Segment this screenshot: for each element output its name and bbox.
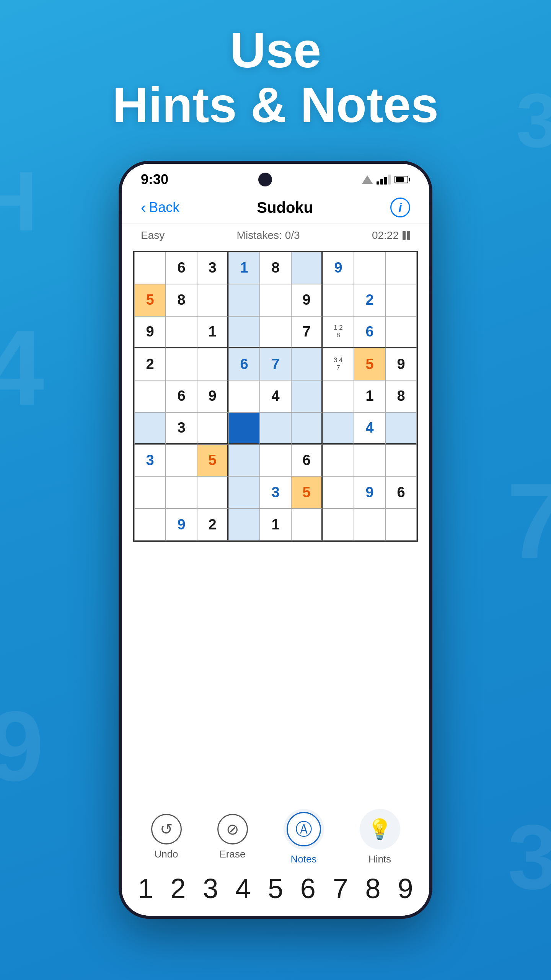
cell-8-2[interactable]: 2 [197, 508, 228, 541]
cell-0-8[interactable] [385, 252, 417, 284]
cell-0-4[interactable]: 8 [260, 252, 291, 284]
cell-4-3[interactable] [228, 380, 260, 412]
cell-2-2[interactable]: 1 [197, 316, 228, 348]
cell-7-8[interactable]: 6 [385, 476, 417, 508]
cell-7-5[interactable]: 5 [291, 476, 323, 508]
cell-0-0[interactable] [134, 252, 166, 284]
cell-3-4[interactable]: 7 [260, 348, 291, 380]
numkey-2[interactable]: 2 [165, 873, 191, 904]
cell-0-3[interactable]: 1 [228, 252, 260, 284]
cell-4-7[interactable]: 1 [354, 380, 385, 412]
cell-6-1[interactable] [166, 444, 197, 477]
cell-1-2[interactable] [197, 284, 228, 316]
cell-8-6[interactable] [323, 508, 354, 541]
cell-8-8[interactable] [385, 508, 417, 541]
cell-2-7[interactable]: 6 [354, 316, 385, 348]
cell-5-2[interactable] [197, 412, 228, 444]
cell-2-8[interactable] [385, 316, 417, 348]
cell-4-2[interactable]: 9 [197, 380, 228, 412]
numkey-4[interactable]: 4 [230, 873, 256, 904]
cell-7-3[interactable] [228, 476, 260, 508]
cell-0-2[interactable]: 3 [197, 252, 228, 284]
cell-8-0[interactable] [134, 508, 166, 541]
notes-button[interactable]: Ⓐ Notes [284, 809, 324, 865]
cell-6-8[interactable] [385, 444, 417, 477]
cell-3-8[interactable]: 9 [385, 348, 417, 380]
cell-3-5[interactable] [291, 348, 323, 380]
cell-5-8[interactable] [385, 412, 417, 444]
undo-button[interactable]: ↺ Undo [151, 814, 182, 860]
cell-5-6[interactable] [323, 412, 354, 444]
cell-5-4[interactable] [260, 412, 291, 444]
cell-1-1[interactable]: 8 [166, 284, 197, 316]
numkey-5[interactable]: 5 [262, 873, 289, 904]
pause-icon[interactable] [403, 231, 410, 240]
cell-1-7[interactable]: 2 [354, 284, 385, 316]
cell-3-2[interactable] [197, 348, 228, 380]
cell-5-0[interactable] [134, 412, 166, 444]
cell-7-0[interactable] [134, 476, 166, 508]
cell-1-8[interactable] [385, 284, 417, 316]
cell-5-5[interactable] [291, 412, 323, 444]
numkey-8[interactable]: 8 [360, 873, 386, 904]
cell-5-7[interactable]: 4 [354, 412, 385, 444]
cell-6-6[interactable] [323, 444, 354, 477]
cell-2-1[interactable] [166, 316, 197, 348]
numkey-6[interactable]: 6 [295, 873, 321, 904]
cell-4-8[interactable]: 8 [385, 380, 417, 412]
cell-8-3[interactable] [228, 508, 260, 541]
cell-6-5[interactable]: 6 [291, 444, 323, 477]
cell-1-5[interactable]: 9 [291, 284, 323, 316]
cell-3-7[interactable]: 5 [354, 348, 385, 380]
cell-5-1[interactable]: 3 [166, 412, 197, 444]
cell-0-1[interactable]: 6 [166, 252, 197, 284]
cell-4-5[interactable] [291, 380, 323, 412]
cell-4-0[interactable] [134, 380, 166, 412]
cell-7-4[interactable]: 3 [260, 476, 291, 508]
info-button[interactable]: i [390, 198, 410, 217]
numkey-3[interactable]: 3 [197, 873, 224, 904]
cell-2-6[interactable]: 1 28 [323, 316, 354, 348]
cell-6-7[interactable] [354, 444, 385, 477]
header-line1: Use [23, 23, 528, 78]
cell-3-1[interactable] [166, 348, 197, 380]
cell-8-7[interactable] [354, 508, 385, 541]
cell-1-0[interactable]: 5 [134, 284, 166, 316]
cell-0-7[interactable] [354, 252, 385, 284]
cell-7-7[interactable]: 9 [354, 476, 385, 508]
cell-6-3[interactable] [228, 444, 260, 477]
cell-2-0[interactable]: 9 [134, 316, 166, 348]
cell-1-3[interactable] [228, 284, 260, 316]
cell-8-5[interactable] [291, 508, 323, 541]
hints-button[interactable]: 💡 Hints [360, 809, 400, 865]
undo-label: Undo [154, 848, 178, 860]
cell-4-4[interactable]: 4 [260, 380, 291, 412]
erase-button[interactable]: ⊘ Erase [217, 814, 248, 860]
cell-2-4[interactable] [260, 316, 291, 348]
cell-7-2[interactable] [197, 476, 228, 508]
cell-6-0[interactable]: 3 [134, 444, 166, 477]
cell-1-4[interactable] [260, 284, 291, 316]
cell-3-0[interactable]: 2 [134, 348, 166, 380]
cell-3-3[interactable]: 6 [228, 348, 260, 380]
cell-0-6[interactable]: 9 [323, 252, 354, 284]
numkey-9[interactable]: 9 [392, 873, 419, 904]
cell-7-6[interactable] [323, 476, 354, 508]
numkey-1[interactable]: 1 [132, 873, 159, 904]
cell-7-1[interactable] [166, 476, 197, 508]
cell-0-5[interactable] [291, 252, 323, 284]
back-label: Back [149, 199, 179, 216]
cell-4-1[interactable]: 6 [166, 380, 197, 412]
back-button[interactable]: ‹ Back [141, 199, 179, 216]
cell-6-4[interactable] [260, 444, 291, 477]
cell-6-2[interactable]: 5 [197, 444, 228, 477]
cell-4-6[interactable] [323, 380, 354, 412]
cell-3-6[interactable]: 3 47 [323, 348, 354, 380]
cell-2-5[interactable]: 7 [291, 316, 323, 348]
cell-5-3[interactable]: 5 [228, 412, 260, 444]
numkey-7[interactable]: 7 [327, 873, 354, 904]
cell-8-4[interactable]: 1 [260, 508, 291, 541]
cell-2-3[interactable] [228, 316, 260, 348]
cell-1-6[interactable] [323, 284, 354, 316]
cell-8-1[interactable]: 9 [166, 508, 197, 541]
